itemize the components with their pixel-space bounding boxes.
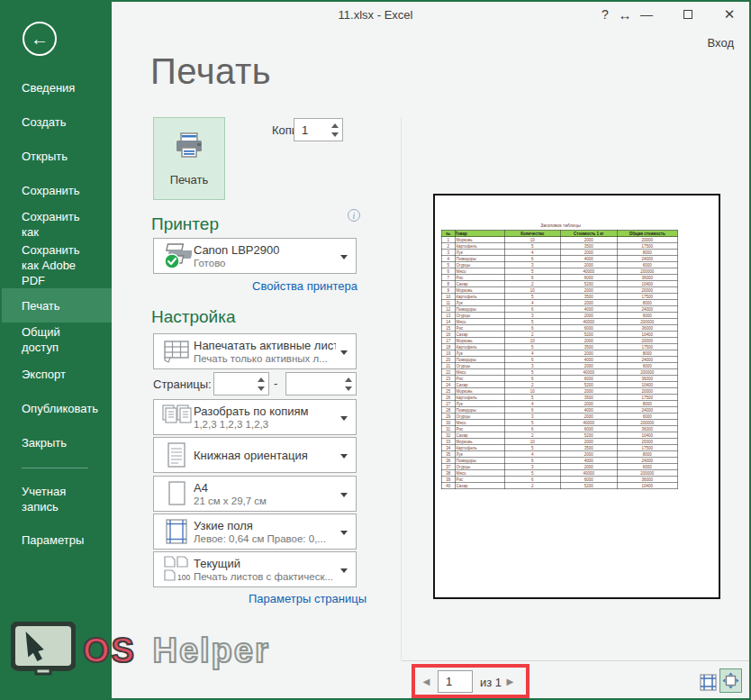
backstage-sidebar: ← СведенияСоздатьОткрытьСохранитьСохрани… bbox=[0, 0, 112, 700]
table-cell: 10 bbox=[504, 439, 560, 445]
pages-from-arrows[interactable] bbox=[254, 373, 268, 395]
copies-spin-arrows[interactable] bbox=[328, 119, 342, 141]
what-to-print-select[interactable]: Напечатать активные листы Печать только … bbox=[153, 333, 357, 369]
sidebar-item-options[interactable]: Параметры bbox=[0, 523, 112, 557]
zoom-to-page-button[interactable] bbox=[719, 668, 742, 693]
printer-select[interactable]: Canon LBP2900 Готово bbox=[153, 238, 357, 274]
orientation-select[interactable]: Книжная ориентация bbox=[153, 437, 357, 473]
next-page-button[interactable]: ► bbox=[504, 675, 516, 688]
table-cell: 6 bbox=[441, 268, 455, 275]
table-cell: 5 bbox=[504, 294, 560, 300]
table-row: 38Мясо540000200000 bbox=[441, 470, 677, 477]
spin-up-icon[interactable] bbox=[258, 377, 265, 382]
sidebar-item-open[interactable]: Открыть bbox=[0, 139, 112, 173]
table-cell: Морковь bbox=[455, 287, 504, 294]
table-cell: 1 bbox=[441, 237, 455, 243]
collation-select[interactable]: Разобрать по копиям 1,2,3 1,2,3 1,2,3 bbox=[153, 399, 357, 435]
table-cell: 40000 bbox=[560, 470, 617, 477]
table-cell: 8 bbox=[441, 281, 455, 287]
table-cell: Мясо bbox=[455, 470, 504, 477]
table-cell: 30 bbox=[441, 420, 455, 426]
table-row: 3Лук420008000 bbox=[441, 250, 677, 256]
table-cell: 8000 bbox=[617, 451, 677, 458]
spin-up-icon[interactable] bbox=[345, 377, 352, 382]
sidebar-item-publish[interactable]: Опубликовать bbox=[0, 391, 112, 425]
table-cell: Помидоры bbox=[455, 407, 504, 414]
table-cell: 2000 bbox=[560, 464, 617, 470]
sidebar-item-save-as-adobe-pdf[interactable]: Сохранить как Adobe PDF bbox=[0, 241, 112, 288]
close-button[interactable]: ✕ bbox=[719, 5, 739, 24]
sidebar-item-save[interactable]: Сохранить bbox=[0, 173, 112, 207]
table-cell: 4 bbox=[504, 300, 560, 306]
pages-to-stepper[interactable] bbox=[285, 372, 357, 395]
sidebar-item-share[interactable]: Общий доступ bbox=[0, 323, 112, 357]
table-cell: 24 bbox=[441, 382, 455, 388]
table-cell: 20 bbox=[441, 357, 455, 363]
pages-to-arrows[interactable] bbox=[341, 373, 356, 395]
minimize-button[interactable]: — bbox=[637, 5, 656, 24]
table-cell: 5 bbox=[504, 445, 560, 451]
show-margins-button[interactable] bbox=[699, 673, 718, 692]
copies-value[interactable]: 1 bbox=[294, 123, 328, 137]
margins-select[interactable]: Узкие поля Левое: 0,64 см Правое: 0,... bbox=[153, 514, 357, 550]
fullscreen-toggle-button[interactable]: ↔ bbox=[615, 5, 635, 24]
table-cell: Морковь bbox=[455, 237, 504, 243]
chevron-down-icon bbox=[340, 416, 348, 421]
table-cell: 21 bbox=[441, 363, 455, 369]
back-arrow-icon: ← bbox=[31, 29, 49, 50]
help-button[interactable]: ? bbox=[595, 5, 615, 24]
sidebar-item-print[interactable]: Печать bbox=[0, 288, 112, 323]
table-cell: Сахар bbox=[455, 432, 504, 439]
sidebar-item-save-as[interactable]: Сохранить как bbox=[0, 207, 112, 241]
collate-icon bbox=[159, 404, 194, 431]
sidebar-item-close[interactable]: Закрыть bbox=[0, 425, 112, 459]
table-cell: Картофель bbox=[455, 294, 504, 300]
os-helper-watermark: OS Helper bbox=[11, 622, 270, 679]
table-header-cell: Общая стоимость bbox=[617, 230, 677, 237]
table-row: 11Лук420008000 bbox=[441, 300, 677, 306]
table-row: 6Мясо540000200000 bbox=[441, 268, 677, 275]
table-cell: 5 bbox=[504, 319, 560, 325]
monitor-cursor-icon bbox=[11, 622, 76, 679]
active-sheets-icon bbox=[159, 339, 194, 364]
sign-in-link[interactable]: Вход bbox=[708, 36, 734, 50]
table-cell: 3500 bbox=[560, 294, 617, 300]
pages-from-stepper[interactable] bbox=[213, 372, 269, 395]
paper-size-icon bbox=[159, 480, 194, 507]
table-cell: 8000 bbox=[617, 401, 677, 407]
copies-stepper[interactable]: 1 bbox=[294, 118, 343, 141]
table-cell: 29 bbox=[441, 414, 455, 420]
table-cell: 2000 bbox=[560, 350, 617, 357]
printer-properties-link[interactable]: Свойства принтера bbox=[252, 279, 357, 293]
table-cell: 3500 bbox=[560, 445, 617, 451]
spin-down-icon[interactable] bbox=[258, 386, 265, 391]
page-count-label: из 1 bbox=[480, 676, 502, 689]
scaling-select[interactable]: 100 Текущий Печать листов с фактическ... bbox=[153, 551, 357, 587]
maximize-button[interactable] bbox=[678, 5, 698, 24]
page-setup-link[interactable]: Параметры страницы bbox=[249, 592, 366, 605]
info-icon[interactable]: i bbox=[348, 209, 360, 222]
sidebar-item-account[interactable]: Учетная запись bbox=[0, 476, 112, 523]
current-page-input[interactable]: 1 bbox=[438, 670, 473, 693]
preview-sheet: Заголовок таблицы №ТоварКоличествоСтоимо… bbox=[441, 223, 680, 489]
sidebar-item-export[interactable]: Экспорт bbox=[0, 357, 112, 391]
table-cell: 25 bbox=[441, 388, 455, 395]
table-cell: 6000 bbox=[560, 325, 617, 332]
print-preview-page: Заголовок таблицы №ТоварКоличествоСтоимо… bbox=[433, 194, 720, 599]
table-cell: Лук bbox=[455, 350, 504, 357]
spin-down-icon[interactable] bbox=[331, 132, 339, 137]
sidebar-item-create[interactable]: Создать bbox=[0, 105, 112, 139]
chevron-down-icon bbox=[340, 350, 348, 355]
paper-size-select[interactable]: A4 21 см x 29,7 см bbox=[153, 476, 357, 512]
table-cell: 24000 bbox=[617, 458, 677, 464]
svg-text:100: 100 bbox=[177, 573, 190, 582]
sidebar-item-info[interactable]: Сведения bbox=[0, 70, 112, 105]
table-cell: 17500 bbox=[617, 395, 677, 401]
table-cell: Помидоры bbox=[455, 306, 504, 313]
spin-up-icon[interactable] bbox=[331, 123, 339, 128]
previous-page-button[interactable]: ◄ bbox=[421, 675, 432, 688]
sidebar-divider bbox=[22, 468, 88, 468]
back-button[interactable]: ← bbox=[23, 22, 57, 56]
spin-down-icon[interactable] bbox=[345, 386, 352, 391]
print-button[interactable]: Печать bbox=[153, 117, 225, 200]
